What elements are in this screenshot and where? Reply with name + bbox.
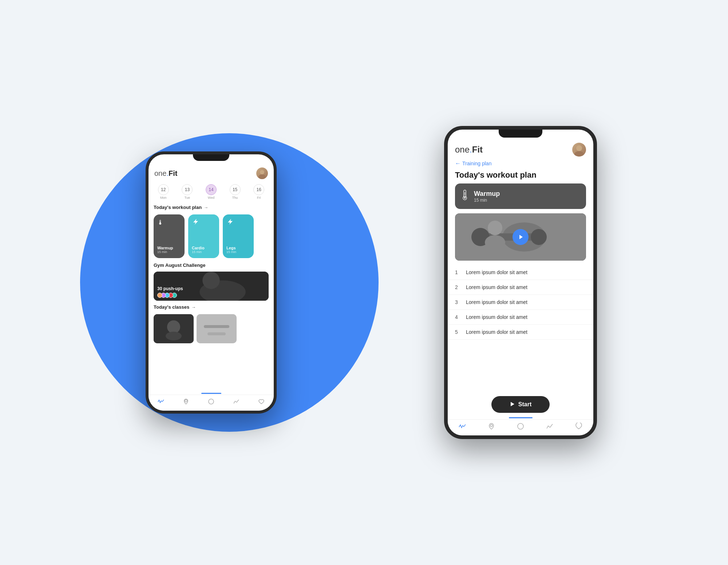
nav-activity-icon[interactable] (158, 398, 164, 406)
svg-rect-8 (197, 314, 237, 343)
cal-day-tue[interactable]: 13 Tue (182, 184, 193, 199)
nav-home-icon[interactable] (208, 398, 214, 406)
exercise-num-4: 4 (455, 314, 461, 320)
exercise-item-5[interactable]: 5 Lorem ipsum dolor sit amet (448, 325, 593, 340)
front-nav-heart-icon[interactable] (575, 423, 582, 431)
workout-card-legs[interactable]: Legs 15 min (223, 214, 254, 258)
workout-card-cardio[interactable]: Cardio 15 min (188, 214, 219, 258)
classes-section-arrow[interactable]: → (191, 305, 196, 310)
exercise-text-1: Lorem ipsum dolor sit amet (466, 269, 527, 275)
calendar-strip[interactable]: 12 Mon 13 Tue 14 Wed 15 Thu 16 Fri (149, 181, 274, 202)
lightning-legs-icon (226, 219, 250, 227)
exercise-text-3: Lorem ipsum dolor sit amet (466, 299, 527, 305)
back-phone-avatar (256, 167, 268, 179)
back-phone-notch (193, 154, 229, 161)
cal-day-label-mon: Mon (160, 196, 167, 199)
exercise-item-3[interactable]: 3 Lorem ipsum dolor sit amet (448, 295, 593, 310)
challenge-pushups-label: 30 push-ups (157, 286, 183, 291)
front-phone-notch (499, 130, 542, 138)
exercise-text-4: Lorem ipsum dolor sit amet (466, 314, 527, 320)
front-nav-activity-icon[interactable] (459, 423, 466, 431)
scene: one.Fit 12 Mon 13 Tue (109, 64, 619, 501)
challenge-image[interactable]: 30 push-ups (154, 272, 269, 301)
front-phone-avatar (572, 143, 586, 157)
svg-point-0 (260, 170, 264, 174)
back-phone-header: one.Fit (149, 165, 274, 181)
cal-day-number-14[interactable]: 14 (206, 184, 217, 195)
play-button[interactable] (513, 229, 529, 245)
exercise-item-1[interactable]: 1 Lorem ipsum dolor sit amet (448, 265, 593, 280)
cal-day-fri[interactable]: 16 Fri (253, 184, 264, 199)
exercise-list: 1 Lorem ipsum dolor sit amet 2 Lorem ips… (448, 265, 593, 391)
logo-fit: Fit (169, 169, 177, 177)
front-phone-header: one.Fit (448, 141, 593, 159)
svg-point-13 (576, 145, 582, 151)
exercise-num-1: 1 (455, 269, 461, 275)
exercise-text-2: Lorem ipsum dolor sit amet (466, 284, 527, 290)
cal-day-thu[interactable]: 15 Thu (230, 184, 241, 199)
logo-one: one (154, 169, 166, 177)
exercise-text-5: Lorem ipsum dolor sit amet (466, 329, 527, 335)
cal-day-label-wed: Wed (208, 196, 214, 199)
cal-day-number-15[interactable]: 15 (230, 184, 241, 195)
card-legs-name: Legs (226, 246, 250, 250)
front-nav-location-icon[interactable] (488, 423, 495, 431)
challenge-text: 30 push-ups (157, 286, 183, 298)
front-logo: one.Fit (455, 145, 483, 155)
challenge-label-title: Gym August Challenge (154, 262, 206, 268)
front-nav-chart-icon[interactable] (546, 423, 553, 431)
card-cardio-time: 15 min (192, 250, 215, 254)
workout-section-arrow[interactable]: → (204, 205, 208, 210)
back-phone-screen: one.Fit 12 Mon 13 Tue (149, 154, 274, 411)
svg-point-1 (258, 174, 266, 179)
workout-card-warmup[interactable]: 🌡 Warmup 15 min (154, 214, 185, 258)
svg-point-28 (490, 424, 492, 427)
back-logo: one.Fit (154, 169, 177, 178)
front-phone-bottom-nav (448, 419, 593, 435)
page-title: Today's workout plan (448, 168, 593, 183)
nav-chart-icon[interactable] (233, 398, 240, 406)
cal-day-label-tue: Tue (185, 196, 190, 199)
thermometer-icon: 🌡 (157, 219, 181, 226)
front-phone: one.Fit ← Training plan Today's workout … (444, 126, 597, 439)
exercise-item-4[interactable]: 4 Lorem ipsum dolor sit amet (448, 310, 593, 325)
classes-row (149, 312, 274, 345)
nav-location-icon[interactable] (183, 398, 189, 406)
class-card-1[interactable] (154, 314, 194, 343)
card-cardio-name: Cardio (192, 246, 215, 250)
cal-day-label-thu: Thu (232, 196, 238, 199)
workout-section-title[interactable]: Today's workout plan → (149, 202, 274, 212)
back-arrow-icon[interactable]: ← (455, 160, 461, 167)
start-button[interactable]: Start (491, 396, 550, 413)
challenge-section-title: Gym August Challenge (149, 260, 274, 270)
cal-day-number-13[interactable]: 13 (182, 184, 193, 195)
front-nav-home-icon[interactable] (517, 423, 524, 431)
cal-day-wed[interactable]: 14 Wed (206, 184, 217, 199)
class-card-2[interactable] (197, 314, 237, 343)
lightning-cardio-icon (192, 219, 215, 227)
warmup-card[interactable]: Warmup 15 min (455, 183, 586, 209)
svg-marker-27 (511, 402, 514, 406)
cal-day-mon[interactable]: 12 Mon (158, 184, 169, 199)
start-play-icon (510, 402, 515, 408)
exercise-num-2: 2 (455, 284, 461, 290)
exercise-num-3: 3 (455, 299, 461, 305)
cal-day-number-12[interactable]: 12 (158, 184, 169, 195)
back-link-label[interactable]: Training plan (462, 161, 491, 166)
card-warmup-name: Warmup (157, 246, 181, 250)
warmup-name: Warmup (474, 190, 500, 198)
svg-rect-9 (204, 325, 229, 328)
video-thumbnail[interactable] (455, 213, 586, 261)
warmup-thermometer-icon (461, 189, 469, 203)
svg-point-18 (464, 197, 466, 199)
classes-section-title[interactable]: Today's classes → (149, 302, 274, 312)
card-warmup-time: 15 min (157, 250, 181, 254)
cal-day-number-16[interactable]: 16 (253, 184, 264, 195)
start-button-label: Start (518, 401, 531, 408)
exercise-item-2[interactable]: 2 Lorem ipsum dolor sit amet (448, 280, 593, 295)
svg-point-11 (185, 400, 187, 402)
front-logo-fit: Fit (472, 145, 483, 154)
nav-heart-icon[interactable] (258, 398, 265, 406)
back-link[interactable]: ← Training plan (448, 159, 593, 168)
front-logo-one: one (455, 145, 470, 154)
